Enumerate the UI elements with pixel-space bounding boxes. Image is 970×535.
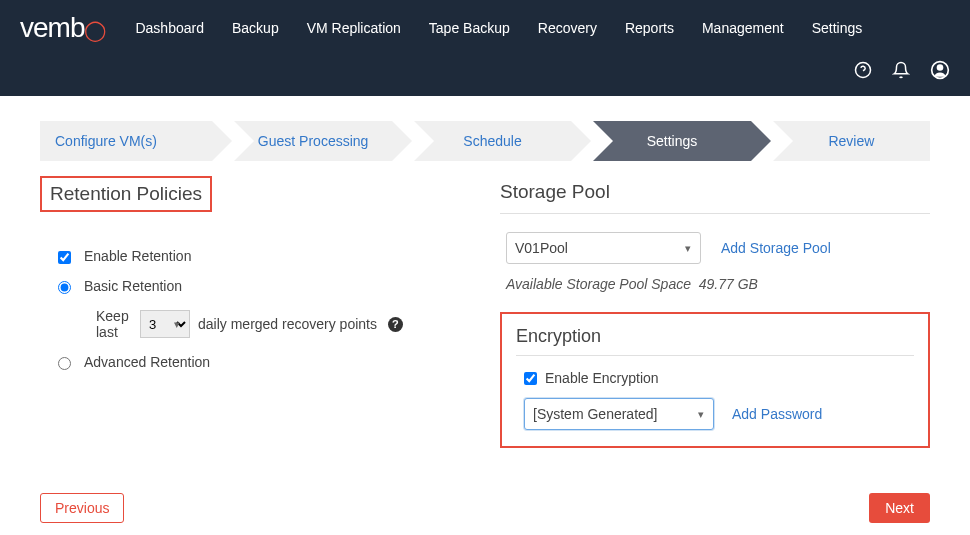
- nav-settings[interactable]: Settings: [812, 20, 863, 36]
- basic-retention-label: Basic Retention: [84, 278, 182, 294]
- advanced-retention-radio[interactable]: [58, 357, 71, 370]
- enable-retention-label: Enable Retention: [84, 248, 191, 264]
- wizard-step-schedule[interactable]: Schedule: [414, 121, 571, 161]
- bell-icon[interactable]: [892, 61, 910, 79]
- nav-dashboard[interactable]: Dashboard: [135, 20, 204, 36]
- nav-management[interactable]: Management: [702, 20, 784, 36]
- wizard-steps: Configure VM(s) Guest Processing Schedul…: [40, 121, 930, 161]
- logo: vemb◯: [20, 12, 105, 44]
- nav-reports[interactable]: Reports: [625, 20, 674, 36]
- encryption-password-select[interactable]: [System Generated]: [524, 398, 714, 430]
- enable-encryption-checkbox[interactable]: [524, 372, 537, 385]
- next-button[interactable]: Next: [869, 493, 930, 523]
- enable-retention-checkbox[interactable]: [58, 251, 71, 264]
- wizard-step-guest-processing[interactable]: Guest Processing: [234, 121, 391, 161]
- svg-point-3: [938, 65, 943, 70]
- wizard-step-settings[interactable]: Settings: [593, 121, 750, 161]
- keep-last-select[interactable]: 3: [140, 310, 190, 338]
- storage-pool-title: Storage Pool: [500, 181, 930, 214]
- wizard-step-review[interactable]: Review: [773, 121, 930, 161]
- storage-pool-select[interactable]: V01Pool: [506, 232, 701, 264]
- add-storage-pool-link[interactable]: Add Storage Pool: [721, 240, 831, 256]
- main-nav: Dashboard Backup VM Replication Tape Bac…: [135, 20, 862, 36]
- retention-title: Retention Policies: [40, 176, 212, 212]
- enable-encryption-label: Enable Encryption: [545, 370, 659, 386]
- add-password-link[interactable]: Add Password: [732, 406, 822, 422]
- help-icon[interactable]: [854, 61, 872, 79]
- nav-recovery[interactable]: Recovery: [538, 20, 597, 36]
- encryption-title: Encryption: [516, 326, 914, 356]
- nav-vm-replication[interactable]: VM Replication: [307, 20, 401, 36]
- storage-panel: Storage Pool V01Pool Add Storage Pool Av…: [500, 181, 930, 448]
- wizard-step-configure-vms[interactable]: Configure VM(s): [40, 121, 212, 161]
- advanced-retention-label: Advanced Retention: [84, 354, 210, 370]
- app-header: vemb◯ Dashboard Backup VM Replication Ta…: [0, 0, 970, 96]
- previous-button[interactable]: Previous: [40, 493, 124, 523]
- help-tooltip-icon[interactable]: ?: [388, 317, 403, 332]
- keep-suffix-label: daily merged recovery points: [198, 316, 377, 332]
- user-icon[interactable]: [930, 60, 950, 80]
- keep-last-label: Keep last: [96, 308, 132, 340]
- nav-backup[interactable]: Backup: [232, 20, 279, 36]
- retention-panel: Retention Policies Enable Retention Basi…: [40, 181, 470, 448]
- available-space-text: Available Storage Pool Space 49.77 GB: [500, 276, 930, 292]
- nav-tape-backup[interactable]: Tape Backup: [429, 20, 510, 36]
- encryption-section: Encryption Enable Encryption [System Gen…: [500, 312, 930, 448]
- basic-retention-radio[interactable]: [58, 281, 71, 294]
